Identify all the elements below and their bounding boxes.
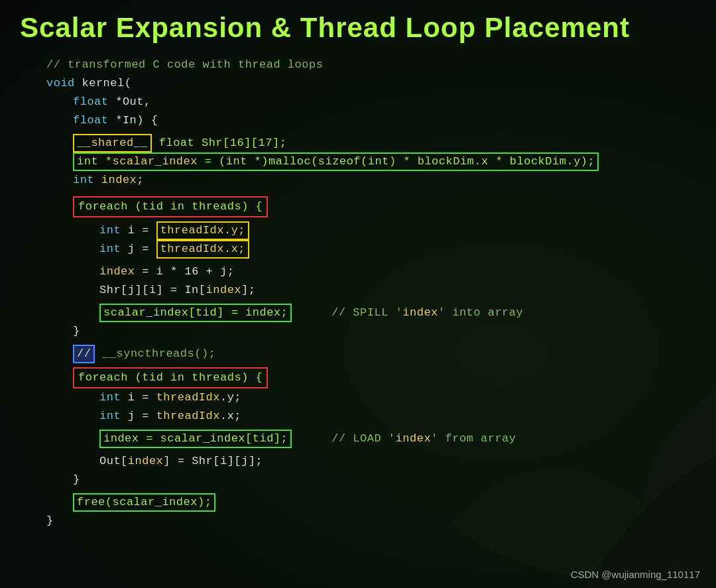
- highlight-foreach2: foreach (tid in threads) {: [73, 367, 268, 388]
- code-line-j: int j = threadIdx.x;: [20, 240, 696, 259]
- code-line-close2: }: [20, 471, 696, 489]
- highlight-threadidxy: threadIdx.y;: [156, 221, 249, 240]
- code-line-foreach2: foreach (tid in threads) {: [20, 367, 696, 388]
- highlight-load: index = scalar_index[tid];: [99, 430, 292, 448]
- code-line-close3: }: [20, 512, 696, 530]
- code-line-index-calc: index = i * 16 + j;: [20, 263, 696, 281]
- code-line-i: int i = threadIdx.y;: [20, 221, 696, 240]
- code-line-syncthreads: // __syncthreads();: [20, 345, 696, 363]
- code-line-comment: // transformed C code with thread loops: [20, 56, 696, 74]
- code-line-out: Out[index] = Shr[i][j];: [20, 452, 696, 471]
- page-title: Scalar Expansion & Thread Loop Placement: [20, 12, 696, 44]
- code-line-float-out: float *Out,: [20, 93, 696, 111]
- code-line-load: index = scalar_index[tid]; // LOAD 'inde…: [20, 430, 696, 448]
- highlight-foreach1: foreach (tid in threads) {: [73, 196, 268, 217]
- code-line-scalar-index: int *scalar_index = (int *)malloc(sizeof…: [20, 152, 696, 171]
- code-line-shr: Shr[j][i] = In[index];: [20, 281, 696, 300]
- code-block: // transformed C code with thread loops …: [20, 56, 696, 530]
- code-line2-j: int j = threadIdx.x;: [20, 407, 696, 426]
- code-line2-i: int i = threadIdx.y;: [20, 388, 696, 407]
- code-line-close1: }: [20, 322, 696, 341]
- highlight-scalar-index: int *scalar_index = (int *)malloc(sizeof…: [73, 152, 599, 171]
- highlight-syncthreads: //: [73, 345, 95, 363]
- code-line-free: free(scalar_index);: [20, 493, 696, 512]
- highlight-threadidxx: threadIdx.x;: [156, 240, 249, 259]
- code-line-float-in: float *In) {: [20, 111, 696, 130]
- highlight-shared: __shared__: [73, 134, 152, 152]
- code-line-void: void kernel(: [20, 74, 696, 93]
- code-line-foreach1: foreach (tid in threads) {: [20, 196, 696, 217]
- watermark: CSDN @wujianming_110117: [571, 569, 700, 580]
- code-line-shared: __shared__ float Shr[16][17];: [20, 134, 696, 152]
- code-line-int-index: int index;: [20, 171, 696, 190]
- highlight-spill: scalar_index[tid] = index;: [99, 304, 292, 322]
- highlight-free: free(scalar_index);: [73, 493, 215, 512]
- code-line-spill: scalar_index[tid] = index; // SPILL 'ind…: [20, 304, 696, 322]
